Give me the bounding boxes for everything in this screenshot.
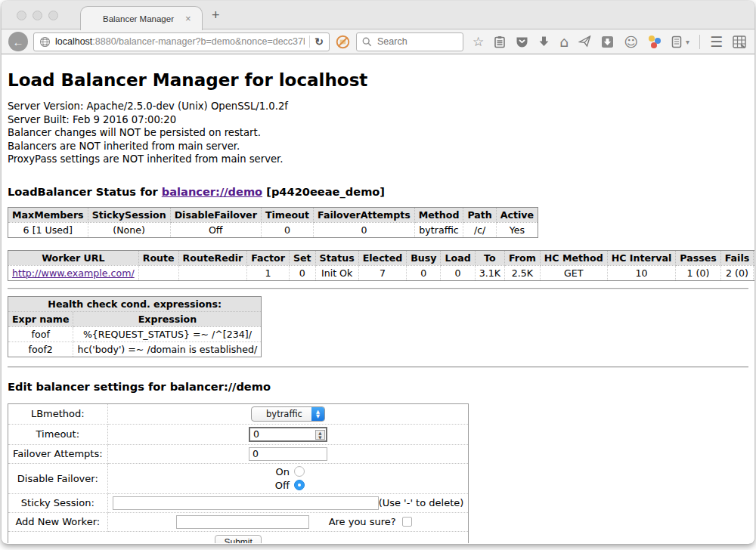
panel-download-icon[interactable] [601, 36, 614, 48]
col-timeout: Timeout [261, 207, 313, 222]
balancer-header-row: MaxMembers StickySession DisableFailover… [8, 207, 538, 222]
inherit-note-line: Balancers are NOT inherited from main se… [8, 140, 748, 153]
status-suffix: [p4420eeae_demo] [262, 185, 385, 198]
image-block-icon[interactable] [335, 34, 351, 50]
submit-row: Submit [8, 531, 469, 543]
server-built-line: Server Built: Feb 9 2016 07:00:20 [8, 113, 748, 127]
bookmark-star-icon[interactable]: ☆ [472, 36, 484, 48]
col-expr-name: Expr name [8, 311, 73, 326]
balancer-settings-form: LBmethod: bytraffic ▲▼ Timeout: ▲▼ [8, 403, 469, 544]
feedback-smiley-icon[interactable]: ☺ [624, 36, 638, 48]
health-check-table: Health check cond. expressions: Expr nam… [8, 296, 262, 357]
disable-failover-label: Disable Failover: [8, 463, 108, 493]
col-worker-url: Worker URL [8, 250, 139, 265]
radio-on-label: On [271, 466, 290, 477]
notes-panel-icon[interactable] [671, 36, 682, 48]
health-row-foof: foof %{REQUEST_STATUS} =~ /^[234]/ [8, 326, 262, 341]
failover-attempts-row: Failover Attempts: [8, 444, 469, 463]
download-arrow-icon[interactable] [538, 36, 550, 48]
col-expression: Expression [73, 311, 262, 326]
url-bar[interactable]: localhost:8880/balancer-manager?b=demo&n… [33, 32, 330, 51]
add-worker-label: Add New Worker: [8, 512, 108, 531]
col-failoverattempts: FailoverAttempts [314, 207, 415, 222]
worker-data-row: http://www.example.com/ 1 0 Init Ok 7 0 … [8, 265, 755, 280]
submit-button[interactable]: Submit [215, 535, 261, 544]
url-host: localhost [55, 36, 92, 47]
back-button[interactable]: ← [8, 32, 28, 51]
health-table-title: Health check cond. expressions: [8, 296, 262, 311]
timeout-label: Timeout: [8, 424, 108, 444]
number-spinner-icon[interactable]: ▲▼ [315, 430, 325, 440]
sticky-session-label: Sticky Session: [8, 493, 108, 512]
send-plane-icon[interactable] [578, 36, 591, 48]
add-worker-row: Add New Worker: Are you sure? [8, 512, 469, 531]
back-icon: ← [13, 36, 24, 48]
grid-panel-icon[interactable] [733, 36, 746, 48]
lbmethod-row: LBmethod: bytraffic ▲▼ [8, 403, 469, 424]
status-prefix: LoadBalancer Status for [8, 185, 162, 198]
col-disablefailover: DisableFailover [170, 207, 261, 222]
home-icon[interactable]: ⌂ [559, 36, 569, 48]
balancer-status-table: MaxMembers StickySession DisableFailover… [8, 207, 538, 238]
worker-table: Worker URL Route RouteRedir Factor Set S… [8, 250, 754, 281]
tab-title: Balancer Manager [81, 14, 185, 23]
reload-icon[interactable]: ↻ [314, 36, 324, 48]
tab-bar: Balancer Manager × + [2, 1, 754, 29]
search-icon [362, 37, 372, 47]
col-maxmembers: MaxMembers [8, 207, 88, 222]
health-title-row: Health check cond. expressions: [8, 296, 262, 311]
are-you-sure-label: Are you sure? [329, 516, 396, 527]
health-header-row: Expr name Expression [8, 311, 262, 326]
browser-window: Balancer Manager × + ← localhost:8880/ba… [2, 1, 754, 544]
lbmethod-selected-value: bytraffic [262, 409, 306, 419]
pocket-icon[interactable] [516, 36, 528, 48]
chevron-down-icon[interactable]: ▾ [686, 36, 689, 48]
minimize-window-button[interactable] [33, 11, 42, 20]
col-method: Method [414, 207, 463, 222]
health-row-foof2: foof2 hc('body') =~ /domain is establish… [8, 341, 262, 357]
balancer-data-row: 6 [1 Used] (None) Off 0 0 bytraffic /c/ … [8, 222, 538, 237]
persist-note-line: Balancer changes will NOT be persisted o… [8, 126, 748, 140]
are-you-sure-checkbox[interactable] [402, 517, 412, 527]
page-title: Load Balancer Manager for localhost [8, 70, 748, 90]
search-bar[interactable] [356, 32, 463, 51]
navigation-toolbar: ← localhost:8880/balancer-manager?b=demo… [2, 29, 754, 54]
tab-close-icon[interactable]: × [185, 13, 202, 24]
server-version-line: Server Version: Apache/2.5.0-dev (Unix) … [8, 100, 748, 113]
timeout-row: Timeout: ▲▼ [8, 424, 469, 444]
failover-attempts-input[interactable] [249, 447, 327, 461]
disable-failover-row: Disable Failover: On Off [8, 463, 469, 493]
close-window-button[interactable] [17, 11, 26, 20]
urlbar-separator [309, 36, 310, 48]
url-path: :8880/balancer-manager?b=demo&nonce=decc… [92, 36, 305, 47]
menu-hamburger-icon[interactable]: ☰ [710, 36, 723, 48]
search-input[interactable] [376, 36, 457, 48]
sticky-session-input[interactable] [113, 496, 379, 510]
page-content: Load Balancer Manager for localhost Serv… [2, 54, 754, 543]
tab-balancer-manager[interactable]: Balancer Manager × [80, 6, 203, 30]
divider [8, 288, 748, 289]
edit-settings-heading: Edit balancer settings for balancer://de… [8, 380, 748, 393]
failover-off-radio[interactable] [294, 480, 305, 490]
divider [8, 366, 748, 368]
worker-header-row: Worker URL Route RouteRedir Factor Set S… [8, 250, 755, 265]
color-dots-icon[interactable] [648, 35, 662, 48]
zoom-window-button[interactable] [48, 11, 58, 20]
lbmethod-select[interactable]: bytraffic ▲▼ [251, 406, 325, 422]
new-tab-button[interactable]: + [212, 8, 220, 23]
col-path: Path [463, 207, 496, 222]
toolbar-icons: ☆ ⌂ ☺ ▾ ☰ [472, 35, 746, 49]
col-active: Active [496, 207, 538, 222]
window-controls [17, 11, 58, 20]
add-worker-input[interactable] [176, 515, 309, 529]
worker-url-link[interactable]: http://www.example.com/ [12, 267, 135, 279]
sticky-session-row: Sticky Session: (Use '-' to delete) [8, 493, 469, 512]
proxypass-note-line: ProxyPass settings are NOT inherited fro… [8, 153, 748, 166]
globe-icon [39, 36, 51, 48]
failover-on-radio[interactable] [294, 466, 305, 477]
balancer-demo-link[interactable]: balancer://demo [162, 185, 262, 198]
reading-list-icon[interactable] [494, 36, 506, 48]
url-text[interactable]: localhost:8880/balancer-manager?b=demo&n… [55, 36, 305, 47]
loadbalancer-status-heading: LoadBalancer Status for balancer://demo … [8, 185, 748, 198]
toolbar-separator [699, 35, 700, 49]
